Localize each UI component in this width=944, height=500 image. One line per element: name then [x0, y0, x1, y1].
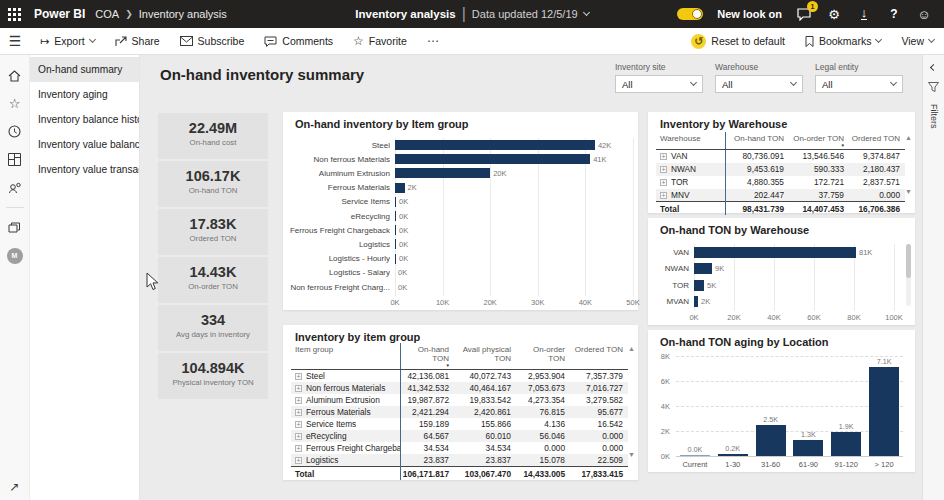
more-options-icon[interactable]: ⋯: [417, 28, 450, 54]
slicer-dropdown[interactable]: All: [815, 75, 903, 93]
table-row[interactable]: +Service Items159.189155.8664.13616.542: [291, 418, 628, 430]
bar[interactable]: [395, 197, 396, 207]
report-page-item[interactable]: Inventory aging: [30, 82, 139, 107]
report-page-item[interactable]: Inventory balance history: [30, 107, 139, 132]
bar[interactable]: [395, 239, 396, 249]
bar[interactable]: [395, 225, 396, 235]
expand-plus-icon[interactable]: +: [295, 385, 302, 392]
table-row[interactable]: +Ferrous Freight Chargeback34.53434.5340…: [291, 442, 628, 454]
workspaces-icon[interactable]: [2, 215, 28, 240]
report-page-item[interactable]: Inventory value balance: [30, 132, 139, 157]
table-row[interactable]: +VAN80,736.09113,546.5469,374.847: [656, 150, 905, 163]
breadcrumb-report[interactable]: Inventory analysis: [139, 8, 227, 20]
table-row[interactable]: +NWAN9,453.619590.3332,180.437: [656, 163, 905, 176]
table-row[interactable]: +TOR4,880.355172.7212,837.571: [656, 176, 905, 189]
bar[interactable]: [718, 454, 748, 457]
expand-plus-icon[interactable]: +: [295, 397, 302, 404]
nav-hamburger-icon[interactable]: ☰: [0, 33, 30, 49]
slicer-dropdown[interactable]: All: [715, 75, 803, 93]
share-button[interactable]: Share: [105, 28, 170, 54]
bar[interactable]: [395, 168, 490, 178]
help-icon[interactable]: ?: [886, 6, 902, 22]
table-row[interactable]: +Logistics23.83723.83715.07822.509: [291, 454, 628, 467]
kpi-card[interactable]: 106.17KOn-hand TON: [158, 161, 268, 207]
bar[interactable]: [756, 425, 786, 456]
column-header[interactable]: Avail physical TON: [454, 343, 516, 370]
column-header[interactable]: On-order TON: [516, 343, 570, 370]
expand-plus-icon[interactable]: +: [295, 373, 302, 380]
expand-plus-icon[interactable]: +: [295, 433, 302, 440]
bookmarks-button[interactable]: Bookmarks: [795, 35, 892, 47]
bar[interactable]: [395, 154, 590, 164]
home-icon[interactable]: [2, 63, 28, 88]
bar[interactable]: [869, 367, 899, 456]
kpi-card[interactable]: 14.43KOn-order TON: [158, 257, 268, 303]
scroll-down-icon[interactable]: ▼: [905, 188, 912, 195]
expand-plus-icon[interactable]: +: [295, 409, 302, 416]
workspace-avatar[interactable]: M: [2, 243, 28, 268]
table-row[interactable]: +Ferrous Materials2,421.2942,420.86176.8…: [291, 406, 628, 418]
table-row[interactable]: +MNV202.44737.7590.000: [656, 189, 905, 202]
scroll-down-icon[interactable]: ▼: [628, 451, 635, 458]
bar[interactable]: [694, 263, 712, 274]
expand-plus-icon[interactable]: +: [295, 445, 302, 452]
expand-plus-icon[interactable]: +: [295, 457, 302, 464]
bar[interactable]: [831, 432, 861, 456]
apps-grid-icon[interactable]: [2, 147, 28, 172]
export-button[interactable]: ↦ Export: [30, 28, 105, 54]
expand-plus-icon[interactable]: +: [660, 166, 667, 173]
bar[interactable]: [395, 211, 396, 221]
bar[interactable]: [694, 296, 698, 307]
table-row[interactable]: +Non ferrous Materials41,342.53240,464.1…: [291, 382, 628, 394]
reset-to-default-button[interactable]: ↺ Reset to default: [681, 34, 795, 49]
bar[interactable]: [395, 183, 405, 193]
expand-arrow-icon[interactable]: ↗: [9, 480, 19, 494]
app-launcher-icon[interactable]: [0, 0, 28, 28]
breadcrumb-workspace[interactable]: COA: [95, 8, 119, 20]
kpi-card[interactable]: 334Avg days in inventory: [158, 305, 268, 351]
column-header[interactable]: Warehouse: [656, 132, 725, 150]
powerbi-logo[interactable]: Power BI: [34, 7, 85, 21]
bar[interactable]: [680, 455, 710, 456]
favorite-button[interactable]: ☆ Favorite: [343, 28, 417, 54]
recent-clock-icon[interactable]: [2, 119, 28, 144]
bar[interactable]: [395, 254, 396, 264]
bar[interactable]: [694, 280, 704, 291]
expand-filters-icon[interactable]: [930, 64, 937, 71]
kpi-card[interactable]: 104.894KPhysical inventory TON: [158, 353, 268, 399]
bar[interactable]: [395, 140, 595, 150]
bar[interactable]: [694, 247, 856, 258]
settings-gear-icon[interactable]: ⚙: [826, 6, 842, 22]
favorites-star-icon[interactable]: ☆: [2, 91, 28, 116]
download-icon[interactable]: ↓: [856, 6, 872, 22]
report-page-item[interactable]: Inventory value transact...: [30, 157, 139, 182]
column-header[interactable]: Ordered TON: [570, 343, 628, 370]
report-page-item[interactable]: On-hand summary: [30, 57, 139, 82]
kpi-card[interactable]: 17.83KOrdered TON: [158, 209, 268, 255]
table-row[interactable]: +Aluminum Extrusion19,987.87219,833.5424…: [291, 394, 628, 406]
filters-pane-label[interactable]: Filters: [929, 104, 939, 129]
kpi-card[interactable]: 22.49MOn-hand cost: [158, 113, 268, 159]
feedback-smiley-icon[interactable]: ☺: [916, 6, 932, 22]
column-header[interactable]: On-hand TON: [725, 132, 789, 150]
scroll-up-icon[interactable]: ▲: [905, 134, 912, 141]
view-button[interactable]: View: [891, 35, 944, 47]
table-row[interactable]: +Steel42,136.08140,072.7432,953.9047,357…: [291, 370, 628, 383]
chart-scrollbar[interactable]: [906, 244, 911, 306]
expand-plus-icon[interactable]: +: [660, 192, 667, 199]
notifications-icon[interactable]: 1: [796, 6, 812, 22]
comments-button[interactable]: Comments: [254, 28, 343, 54]
expand-plus-icon[interactable]: +: [295, 421, 302, 428]
column-header[interactable]: On-hand TON▾: [400, 343, 454, 370]
slicer-dropdown[interactable]: All: [615, 75, 703, 93]
bar[interactable]: [793, 440, 823, 456]
shared-with-me-icon[interactable]: [2, 175, 28, 200]
new-look-toggle[interactable]: [677, 8, 703, 20]
column-header[interactable]: On-order TON▾: [789, 132, 849, 150]
scroll-up-icon[interactable]: ▲: [628, 345, 635, 352]
table-row[interactable]: +eRecycling64.56760.01056.0460.000: [291, 430, 628, 442]
expand-plus-icon[interactable]: +: [660, 179, 667, 186]
column-header[interactable]: Ordered TON: [849, 132, 905, 150]
expand-plus-icon[interactable]: +: [660, 153, 667, 160]
column-header[interactable]: Item group: [291, 343, 400, 370]
